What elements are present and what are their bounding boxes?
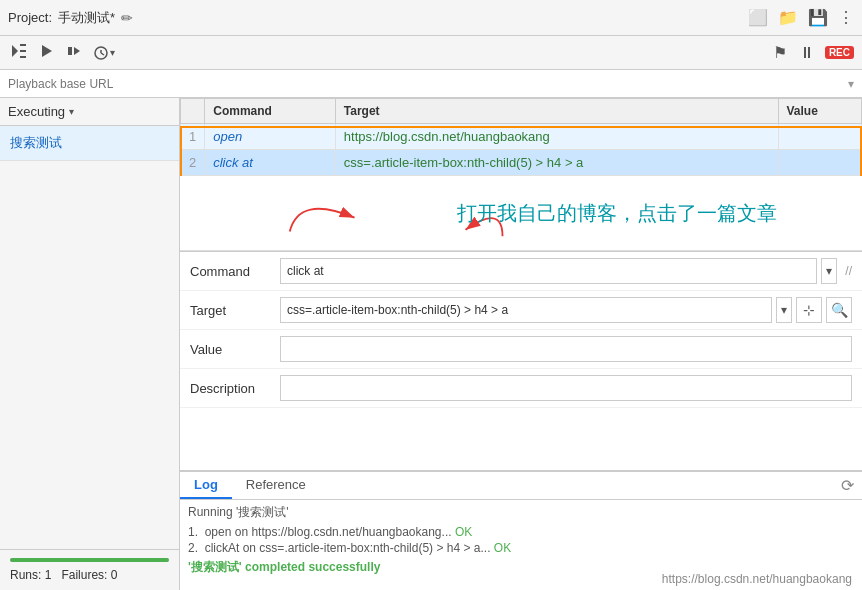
more-icon[interactable]: ⋮ — [838, 8, 854, 27]
row-2-command[interactable]: click at — [205, 150, 336, 176]
sidebar-runs: Runs: 1 Failures: 0 — [0, 549, 179, 590]
target-dropdown-button[interactable]: ▾ — [776, 297, 792, 323]
svg-line-9 — [101, 53, 104, 55]
command-comment: // — [845, 264, 852, 278]
table-row[interactable]: 1 open https://blog.csdn.net/huangbaokan… — [181, 124, 862, 150]
svg-marker-4 — [42, 45, 52, 57]
svg-marker-0 — [12, 45, 18, 57]
log-ok-2: OK — [494, 541, 511, 555]
value-detail-row: Value — [180, 330, 862, 369]
flag-button[interactable]: ⚑ — [771, 41, 789, 64]
command-detail-row: Command ▾ // — [180, 252, 862, 291]
record-stop-button[interactable] — [64, 41, 84, 65]
annotation-area: 打开我自己的博客，点击了一篇文章 — [180, 176, 862, 251]
edit-icon[interactable]: ✏ — [121, 10, 133, 26]
target-input[interactable] — [280, 297, 772, 323]
command-input-wrapper: ▾ // — [280, 258, 852, 284]
description-detail-row: Description — [180, 369, 862, 408]
target-search-button[interactable]: 🔍 — [826, 297, 852, 323]
row-2-num: 2 — [181, 150, 205, 176]
description-input-wrapper — [280, 375, 852, 401]
content-area: Command Target Value 1 open https://blog… — [180, 98, 862, 590]
col-target-header: Target — [335, 99, 778, 124]
url-dropdown-arrow[interactable]: ▾ — [848, 77, 854, 91]
col-command-header: Command — [205, 99, 336, 124]
command-label: Command — [190, 264, 280, 279]
project-label: Project: — [8, 10, 52, 25]
toolbar-right: ⚑ ⏸ REC — [771, 41, 854, 64]
main-layout: Executing ▾ 搜索测试 Runs: 1 Failures: 0 Com… — [0, 98, 862, 590]
value-input[interactable] — [280, 336, 852, 362]
command-table: Command Target Value 1 open https://blog… — [180, 98, 862, 176]
log-area: Log Reference ⟳ Running '搜索测试' 1. open o… — [180, 470, 862, 590]
col-num-header — [181, 99, 205, 124]
log-tab[interactable]: Log — [180, 472, 232, 499]
log-line-1: 1. open on https://blog.csdn.net/huangba… — [188, 525, 854, 539]
failures-label: Failures: 0 — [61, 568, 117, 582]
sidebar-item-search-test[interactable]: 搜索测试 — [0, 126, 179, 161]
new-suite-icon[interactable]: ⬜ — [748, 8, 768, 27]
target-label: Target — [190, 303, 280, 318]
url-status-bar: https://blog.csdn.net/huangbaokang — [662, 571, 852, 586]
play-test-button[interactable] — [38, 41, 56, 65]
svg-marker-6 — [74, 47, 80, 55]
row-1-num: 1 — [181, 124, 205, 150]
target-select-button[interactable]: ⊹ — [796, 297, 822, 323]
log-click-text: clickAt on css=.article-item-box:nth-chi… — [205, 541, 494, 555]
top-bar-right: ⬜ 📁 💾 ⋮ — [748, 8, 854, 27]
log-running-line: Running '搜索测试' — [188, 504, 854, 521]
details-panel: Command ▾ // Target ▾ ⊹ 🔍 Value — [180, 251, 862, 470]
annotation-text: 打开我自己的博客，点击了一篇文章 — [457, 200, 777, 227]
sidebar-header: Executing ▾ — [0, 98, 179, 126]
pause-button[interactable]: ⏸ — [797, 42, 817, 64]
log-open-text: open on https://blog.csdn.net/huangbaoka… — [205, 525, 455, 539]
command-table-wrapper: Command Target Value 1 open https://blog… — [180, 98, 862, 176]
description-label: Description — [190, 381, 280, 396]
bottom-url: https://blog.csdn.net/huangbaokang — [662, 572, 852, 586]
target-input-wrapper: ▾ ⊹ 🔍 — [280, 297, 852, 323]
row-1-target: https://blog.csdn.net/huangbaokang — [335, 124, 778, 150]
rec-badge[interactable]: REC — [825, 46, 854, 59]
top-bar-left: Project: 手动测试* ✏ — [8, 9, 133, 27]
sidebar: Executing ▾ 搜索测试 Runs: 1 Failures: 0 — [0, 98, 180, 590]
row-2-target: css=.article-item-box:nth-child(5) > h4 … — [335, 150, 778, 176]
row-2-value — [778, 150, 861, 176]
table-row[interactable]: 2 click at css=.article-item-box:nth-chi… — [181, 150, 862, 176]
log-ok-1: OK — [455, 525, 472, 539]
executing-label: Executing — [8, 104, 65, 119]
command-dropdown-button[interactable]: ▾ — [821, 258, 837, 284]
sidebar-dropdown-arrow[interactable]: ▾ — [69, 106, 74, 117]
reference-tab[interactable]: Reference — [232, 472, 320, 499]
row-1-command[interactable]: open — [205, 124, 336, 150]
url-input[interactable] — [8, 77, 848, 91]
progress-bar-container — [10, 558, 169, 562]
project-name: 手动测试* — [58, 9, 115, 27]
toolbar: ▾ ⚑ ⏸ REC — [0, 36, 862, 70]
progress-bar — [10, 558, 169, 562]
col-value-header: Value — [778, 99, 861, 124]
row-1-value — [778, 124, 861, 150]
runs-label: Runs: 1 — [10, 568, 51, 582]
log-content: Running '搜索测试' 1. open on https://blog.c… — [180, 500, 862, 580]
save-icon[interactable]: 💾 — [808, 8, 828, 27]
play-suite-button[interactable] — [8, 41, 30, 65]
command-input[interactable] — [280, 258, 817, 284]
target-detail-row: Target ▾ ⊹ 🔍 — [180, 291, 862, 330]
log-line-2: 2. clickAt on css=.article-item-box:nth-… — [188, 541, 854, 555]
log-collapse-icon[interactable]: ⟳ — [841, 476, 854, 495]
value-label: Value — [190, 342, 280, 357]
top-bar: Project: 手动测试* ✏ ⬜ 📁 💾 ⋮ — [0, 0, 862, 36]
value-input-wrapper — [280, 336, 852, 362]
clock-button[interactable]: ▾ — [92, 44, 117, 62]
log-tabs-row: Log Reference ⟳ — [180, 472, 862, 500]
url-bar: ▾ — [0, 70, 862, 98]
description-input[interactable] — [280, 375, 852, 401]
svg-marker-5 — [68, 47, 72, 55]
open-folder-icon[interactable]: 📁 — [778, 8, 798, 27]
toolbar-left: ▾ — [8, 41, 117, 65]
